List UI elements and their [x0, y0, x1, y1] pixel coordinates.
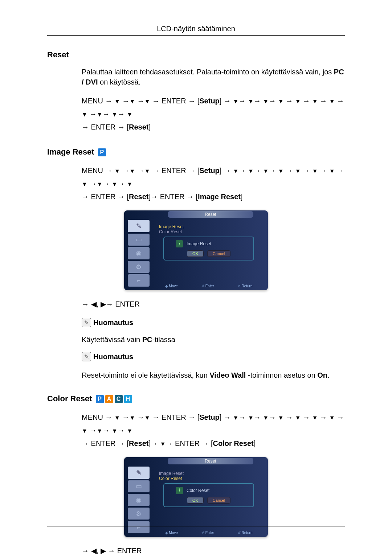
- footer-rule: [47, 526, 345, 526]
- osd-dialog-title: Image Reset: [187, 241, 211, 246]
- osd-footer: ◆ Move ⏎ Enter ↺ Return: [153, 531, 264, 535]
- footer-return: Return: [241, 284, 252, 288]
- page-header-title: LCD-näytön säätäminen: [47, 25, 345, 33]
- screen-icon: ▭: [128, 234, 150, 246]
- header-rule: [47, 35, 345, 36]
- nav-enter-3: ENTER: [175, 439, 200, 447]
- p-badge-icon: P: [98, 148, 106, 156]
- image-reset-heading-text: Image Reset: [47, 147, 94, 156]
- color-reset-heading: Color Reset PACH: [47, 394, 345, 403]
- nav-setup: Setup: [199, 97, 220, 105]
- info-icon: i: [176, 240, 183, 247]
- paintbrush-icon: ✎: [128, 467, 150, 479]
- osd-dialog: i Color Reset OK Cancel: [163, 483, 254, 507]
- image-reset-nav-tail: → ◀, ▶→ ENTER: [82, 297, 345, 311]
- osd-list-item: Color Reset: [159, 229, 258, 234]
- chart-icon: ⌐: [128, 521, 150, 533]
- image-reset-nav-sequence: MENU → ▼ →▼ →▼ → ENTER → [Setup] → ▼→ ▼→…: [82, 164, 345, 203]
- pencil-note-icon: ✎: [82, 352, 91, 361]
- nav-setup: Setup: [199, 167, 220, 175]
- color-reset-nav-sequence: MENU → ▼ →▼ →▼ → ENTER → [Setup] → ▼→ ▼→…: [82, 411, 345, 450]
- reset-nav-sequence: MENU → ▼ →▼ →▼ → ENTER → [Setup] → ▼→ ▼→…: [82, 94, 345, 134]
- target-icon: ◉: [128, 247, 150, 259]
- note2-text: Reset-toiminto ei ole käytettävissä, kun…: [82, 370, 345, 380]
- osd-list-item: Image Reset: [159, 471, 258, 476]
- cancel-button[interactable]: Cancel: [207, 497, 230, 504]
- note1-suffix: -tilassa: [152, 336, 175, 344]
- enter-icon: ⏎: [201, 284, 204, 288]
- enter-icon: ⏎: [201, 531, 204, 535]
- paintbrush-icon: ✎: [128, 220, 150, 232]
- reset-desc-prefix: Palauttaa laitteen tehdasasetukset. Pala…: [82, 68, 334, 76]
- nav-enter-2: ENTER: [91, 439, 116, 447]
- note1-text: Käytettävissä vain PC-tilassa: [82, 335, 345, 345]
- note-label: Huomautus: [93, 353, 133, 361]
- note2-suffix: .: [327, 371, 330, 379]
- ok-button[interactable]: OK: [187, 497, 204, 504]
- footer-move: Move: [169, 531, 177, 535]
- note-label: Huomautus: [93, 319, 133, 327]
- a-badge-icon: A: [105, 395, 113, 403]
- osd-title: Reset: [168, 211, 253, 218]
- osd-title: Reset: [168, 458, 253, 464]
- osd-list-item: Image Reset: [159, 224, 258, 229]
- note1-prefix: Käytettävissä vain: [82, 336, 142, 344]
- nav-reset: Reset: [129, 439, 148, 447]
- gear-icon: ⚙: [128, 508, 150, 520]
- return-icon: ↺: [238, 284, 241, 288]
- reset-heading: Reset: [47, 50, 345, 59]
- nav-color-reset: Color Reset: [213, 439, 254, 447]
- diamond-icon: ◆: [165, 284, 168, 288]
- color-reset-heading-text: Color Reset: [47, 394, 92, 403]
- footer-enter: Enter: [205, 531, 214, 535]
- nav-menu: MENU: [82, 167, 103, 175]
- footer-enter: Enter: [205, 284, 214, 288]
- osd-dialog-title: Color Reset: [187, 488, 209, 493]
- diamond-icon: ◆: [165, 531, 168, 535]
- note2-bold: Video Wall: [209, 371, 246, 379]
- color-reset-nav-tail: → ◀, ▶ → ENTER: [82, 544, 345, 554]
- nav-enter: ENTER: [162, 413, 186, 421]
- nav-enter-2: ENTER: [91, 193, 116, 201]
- nav-image-reset: Image Reset: [198, 193, 241, 201]
- osd-sidebar: ✎ ▭ ◉ ⚙ ⌐: [128, 467, 150, 533]
- nav-enter-2: ENTER: [91, 123, 116, 131]
- p-badge-icon: P: [96, 395, 104, 403]
- osd-list-item: Color Reset: [159, 476, 258, 481]
- note2-bold2: On: [317, 371, 327, 379]
- image-reset-heading: Image Reset P: [47, 147, 345, 157]
- reset-description: Palauttaa laitteen tehdasasetukset. Pala…: [82, 67, 345, 87]
- screen-icon: ▭: [128, 480, 150, 493]
- return-icon: ↺: [238, 531, 241, 535]
- note2-mid: -toiminnon asetus on: [246, 371, 317, 379]
- note1-bold: PC: [142, 336, 152, 344]
- chart-icon: ⌐: [128, 274, 150, 287]
- osd-color-reset-screenshot: Reset ✎ ▭ ◉ ⚙ ⌐ Image Reset Color Reset …: [124, 457, 268, 537]
- footer-return: Return: [241, 531, 252, 535]
- target-icon: ◉: [128, 494, 150, 506]
- gear-icon: ⚙: [128, 261, 150, 273]
- nav-setup: Setup: [199, 413, 220, 421]
- pencil-note-icon: ✎: [82, 318, 91, 327]
- h-badge-icon: H: [124, 395, 132, 403]
- nav-menu: MENU: [82, 413, 103, 421]
- note2-prefix: Reset-toiminto ei ole käytettävissä, kun: [82, 371, 209, 379]
- nav-enter: ENTER: [162, 167, 186, 175]
- nav-enter: ENTER: [162, 97, 186, 105]
- nav-reset: Reset: [129, 193, 148, 201]
- footer-move: Move: [169, 284, 177, 288]
- c-badge-icon: C: [115, 395, 123, 403]
- osd-menu-list: Image Reset Color Reset: [153, 220, 264, 234]
- osd-footer: ◆ Move ⏎ Enter ↺ Return: [153, 284, 264, 288]
- osd-image-reset-screenshot: Reset ✎ ▭ ◉ ⚙ ⌐ Image Reset Color Reset …: [124, 210, 268, 290]
- info-icon: i: [176, 487, 183, 494]
- osd-menu-list: Image Reset Color Reset: [153, 467, 264, 481]
- ok-button[interactable]: OK: [187, 250, 204, 257]
- osd-dialog: i Image Reset OK Cancel: [163, 237, 254, 260]
- nav-enter-3: ENTER: [160, 193, 185, 201]
- reset-desc-suffix: on käytössä.: [98, 78, 140, 86]
- nav-menu: MENU: [82, 97, 103, 105]
- osd-sidebar: ✎ ▭ ◉ ⚙ ⌐: [128, 220, 150, 287]
- nav-reset: Reset: [129, 123, 148, 131]
- cancel-button[interactable]: Cancel: [207, 250, 230, 257]
